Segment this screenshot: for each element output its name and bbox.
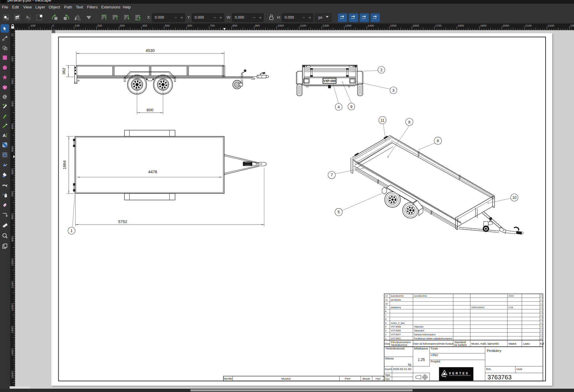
svg-text:Pvm: Pvm xyxy=(345,377,351,380)
svg-text:7: 7 xyxy=(385,314,387,317)
svg-text:3: 3 xyxy=(392,88,395,93)
svg-text:6: 6 xyxy=(385,318,387,320)
svg-text:7: 7 xyxy=(331,173,333,177)
svg-text:1400: 1400 xyxy=(11,349,14,356)
svg-text:0.26: 0.26 xyxy=(508,306,513,309)
svg-text:2200: 2200 xyxy=(548,24,554,27)
svg-text:1: 1 xyxy=(540,306,542,309)
svg-text:2: 2 xyxy=(540,333,542,336)
svg-text:1: 1 xyxy=(540,310,542,313)
svg-text:2300: 2300 xyxy=(570,24,574,27)
svg-text:400: 400 xyxy=(11,125,14,129)
svg-text:200: 200 xyxy=(11,80,14,84)
svg-text:1664: 1664 xyxy=(62,160,67,170)
svg-text:600: 600 xyxy=(187,24,192,27)
svg-text:3: 3 xyxy=(385,329,387,332)
svg-text:Hyv.: Hyv. xyxy=(385,378,390,381)
svg-text:2: 2 xyxy=(540,329,542,332)
svg-text:8: 8 xyxy=(385,310,387,313)
svg-text:1: 1 xyxy=(540,325,542,328)
svg-text:400: 400 xyxy=(142,24,147,27)
svg-text:100: 100 xyxy=(11,57,14,62)
svg-text:800: 800 xyxy=(147,108,153,112)
svg-text:8: 8 xyxy=(408,120,411,124)
svg-text:VXT3001: VXT3001 xyxy=(391,337,401,340)
svg-text:Peräkärry: Peräkärry xyxy=(487,349,501,352)
svg-text:11: 11 xyxy=(381,118,385,123)
svg-text:Tuote: Tuote xyxy=(431,347,438,350)
svg-text:peralauta: peralauta xyxy=(391,298,401,301)
svg-text:4: 4 xyxy=(338,105,340,109)
svg-text:2: 2 xyxy=(540,295,542,297)
svg-text:Tavaratunnus: Tavaratunnus xyxy=(391,343,408,346)
svg-text:Projekti: Projekti xyxy=(431,360,440,363)
svg-text:500: 500 xyxy=(11,147,14,152)
svg-text:900: 900 xyxy=(11,237,14,242)
svg-text:0: 0 xyxy=(52,24,54,27)
svg-text:1100: 1100 xyxy=(300,24,306,27)
svg-text:Piirustusnumero: Piirustusnumero xyxy=(391,341,411,344)
svg-text:1:25: 1:25 xyxy=(418,358,425,362)
svg-text:Laatu: Laatu xyxy=(523,342,530,345)
svg-text:1600x160x2: 1600x160x2 xyxy=(471,306,485,309)
svg-text:11: 11 xyxy=(385,298,388,301)
svg-text:1200: 1200 xyxy=(11,304,14,311)
svg-text:900: 900 xyxy=(255,24,260,27)
svg-text:1300: 1300 xyxy=(11,327,14,333)
svg-text:500: 500 xyxy=(165,24,170,27)
svg-text:1400: 1400 xyxy=(368,24,374,27)
svg-text:kg: kg xyxy=(408,363,411,366)
svg-text:4476: 4476 xyxy=(148,170,157,174)
svg-text:~: ~ xyxy=(163,76,164,78)
svg-text:1300: 1300 xyxy=(345,24,351,27)
svg-text:300: 300 xyxy=(120,24,125,27)
svg-text:Takavalo: Takavalo xyxy=(414,325,424,328)
svg-text:800: 800 xyxy=(232,24,237,27)
svg-text:Liittyy: Liittyy xyxy=(431,353,438,356)
svg-text:2: 2 xyxy=(540,337,542,340)
svg-text:1: 1 xyxy=(540,298,542,301)
svg-text:5: 5 xyxy=(338,210,340,214)
svg-text:Muutt.: Muutt. xyxy=(363,377,370,380)
svg-text:1200: 1200 xyxy=(323,24,329,27)
svg-text:1100: 1100 xyxy=(11,282,14,288)
svg-text:Standardi: Standardi xyxy=(454,341,466,344)
svg-text:1000: 1000 xyxy=(11,260,14,266)
svg-text:VXT3007: VXT3007 xyxy=(391,333,401,336)
svg-text:VXT3059: VXT3059 xyxy=(391,329,401,332)
svg-text:1000: 1000 xyxy=(278,24,284,27)
svg-text:4: 4 xyxy=(385,325,387,328)
svg-text:Määrä: Määrä xyxy=(508,342,516,345)
svg-text:1: 1 xyxy=(540,314,542,317)
svg-text:-100: -100 xyxy=(30,24,35,27)
svg-text:2: 2 xyxy=(385,333,387,336)
svg-text:runko_2_aks: runko_2_aks xyxy=(391,322,405,324)
svg-text:Takavalot: Takavalot xyxy=(414,329,424,332)
svg-text:Massa: Massa xyxy=(385,357,394,360)
svg-text:1: 1 xyxy=(540,322,542,324)
svg-text:10: 10 xyxy=(512,196,517,200)
svg-text:800: 800 xyxy=(11,215,14,219)
svg-text:Hyv: Hyv xyxy=(376,377,381,380)
svg-text:5752: 5752 xyxy=(118,219,127,224)
svg-text:Sarana kokoonpano: Sarana kokoonpano xyxy=(414,333,436,336)
svg-text:Mittakaava: Mittakaava xyxy=(414,347,428,350)
svg-text:4530: 4530 xyxy=(146,48,155,53)
svg-text:~: ~ xyxy=(137,76,138,78)
svg-text:Merkki: Merkki xyxy=(224,377,232,380)
svg-text:suorakulmio: suorakulmio xyxy=(391,295,404,297)
svg-text:VXP-000: VXP-000 xyxy=(324,79,336,83)
svg-text:1: 1 xyxy=(540,318,542,320)
svg-text:1500: 1500 xyxy=(390,24,396,27)
svg-text:200: 200 xyxy=(97,24,102,27)
svg-text:Tark.: Tark. xyxy=(385,374,391,377)
svg-text:1: 1 xyxy=(70,229,73,233)
svg-text:300: 300 xyxy=(11,102,14,107)
svg-text:Yleistoleranssit: Yleistoleranssit xyxy=(385,347,405,350)
svg-text:100: 100 xyxy=(75,24,80,27)
svg-text:2210: 2210 xyxy=(508,295,514,297)
svg-text:1600: 1600 xyxy=(413,24,419,27)
svg-text:10: 10 xyxy=(385,302,388,305)
svg-text:A: A xyxy=(3,133,6,138)
svg-text:1800: 1800 xyxy=(458,24,464,27)
